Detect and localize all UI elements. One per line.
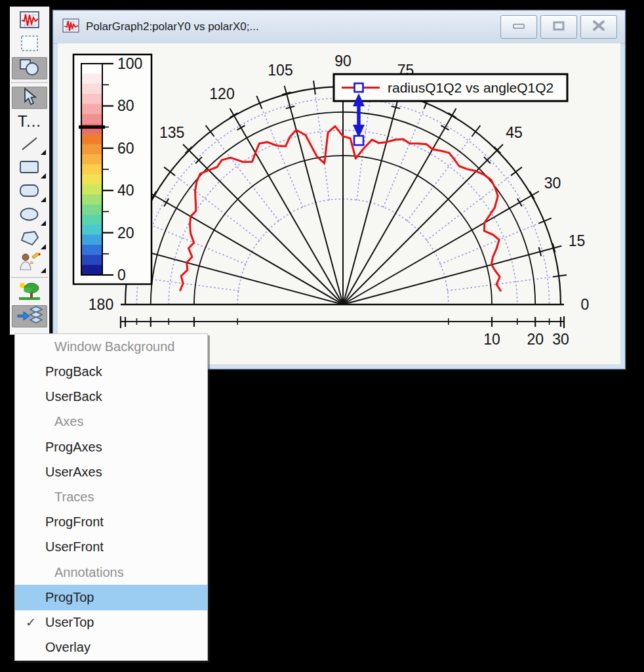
marquee-tool[interactable] [12,33,47,56]
legend-marker-handle[interactable] [355,83,363,92]
graph-content: 1020300153045607590105120135150165180020… [58,43,620,364]
picture-tool[interactable] [12,282,47,304]
text-tool-label: T... [18,112,41,131]
angle-label: 135 [159,124,184,141]
menu-item-usertop[interactable]: ✓UserTop [15,610,207,635]
freehand-tool[interactable] [12,252,47,274]
angle-label: 180 [89,296,113,313]
color-scale[interactable]: 020406080100 [73,54,151,284]
angle-label: 0 [581,296,590,313]
rounded-rectangle-tool[interactable] [12,181,47,203]
checkmark-icon: ✓ [26,615,36,630]
arrow-tool-icon [21,87,38,108]
menu-item-label: Annotations [54,565,124,580]
close-icon [592,20,605,34]
angle-label: 30 [544,175,561,192]
layer-popup-menu: Window BackgroundProgBackUserBackAxesPro… [14,333,208,661]
shapes-tool[interactable] [12,57,47,79]
rectangle-tool-icon [19,159,40,178]
menu-item-overlay[interactable]: Overlay [15,635,207,660]
flyout-corner-icon [41,150,46,155]
angle-label: 15 [569,232,586,249]
minimize-button[interactable] [500,15,537,39]
toolbar-separator [11,277,48,279]
close-button[interactable] [580,15,617,39]
maximize-button[interactable] [540,15,577,39]
menu-item-progfront[interactable]: ProgFront [15,510,207,535]
colorbar-tick-label: 60 [117,140,134,157]
radial-axis-label: 10 [483,331,500,348]
ellipse-tool-icon [19,207,40,225]
polygon-tool-icon [19,230,40,249]
marquee-tool-icon [20,34,39,55]
menu-item-useraxes[interactable]: UserAxes [15,459,207,484]
menu-item-label: ProgTop [45,590,94,605]
angle-label: 120 [209,85,234,102]
polar-chart: 1020300153045607590105120135150165180020… [58,43,620,364]
legend[interactable]: radiusQ1Q2 vs angleQ1Q2 [334,74,567,101]
colorbar-tick-label: 100 [117,55,142,72]
colorbar-tick-label: 80 [117,97,134,114]
trace-point-handle[interactable] [354,136,363,145]
menu-item-userfront[interactable]: UserFront [15,535,207,560]
freehand-tool-icon [18,253,41,274]
rectangle-tool[interactable] [12,158,47,180]
drawing-toolbar: T... [10,7,50,335]
menu-item-label: Window Background [54,339,174,354]
graph-tool[interactable] [12,10,47,32]
menu-item-label: Traces [54,490,94,505]
flyout-corner-icon [41,220,46,226]
menu-item-traces: Traces [15,484,207,509]
text-tool[interactable]: T... [12,110,47,133]
line-tool-icon [20,135,39,155]
menu-item-label: ProgFront [45,514,104,530]
menu-item-label: Overlay [45,640,91,655]
menu-item-axes: Axes [15,410,207,434]
menu-item-label: UserTop [45,615,94,630]
menu-item-progaxes[interactable]: ProgAxes [15,434,207,459]
colorbar-tick-label: 20 [117,224,134,242]
flyout-corner-icon [41,197,46,202]
colorbar-tick-label: 40 [117,182,134,199]
menu-item-label: ProgBack [45,364,102,379]
angle-label: 45 [506,124,523,141]
window-controls [500,15,617,39]
graph-window: PolarGraph2:polarY0 vs polarX0;... 10203… [52,10,626,369]
polygon-tool[interactable] [12,228,47,251]
menu-item-label: UserFront [45,539,104,555]
ellipse-tool[interactable] [12,205,47,227]
angle-label: 90 [334,52,352,70]
flyout-corner-icon [41,173,46,178]
menu-item-label: ProgAxes [45,440,102,455]
shapes-tool-icon [18,58,41,79]
menu-item-userback[interactable]: UserBack [15,384,207,409]
menu-item-annotations: Annotations [15,560,207,585]
line-tool[interactable] [12,134,47,156]
minimize-icon [512,21,525,33]
trace-radiusQ1Q2[interactable] [180,126,500,291]
window-titlebar[interactable]: PolarGraph2:polarY0 vs polarX0;... [53,10,625,44]
window-title: PolarGraph2:polarY0 vs polarX0;... [86,20,259,33]
toolbar-separator [11,82,48,84]
graph-window-icon [62,18,79,35]
annotation-arrow[interactable] [353,83,365,145]
menu-item-window-background: Window Background [15,334,207,359]
legend-text: radiusQ1Q2 vs angleQ1Q2 [388,80,553,95]
graph-tool-icon [19,10,40,32]
flyout-corner-icon [41,244,46,249]
radial-axis-label: 30 [552,331,569,348]
angle-label: 105 [268,62,292,79]
layers-tool[interactable] [12,305,47,327]
flyout-corner-icon [41,268,46,273]
layers-tool-icon [16,305,43,327]
arrow-tool[interactable] [12,87,47,109]
menu-item-label: UserAxes [45,465,102,480]
rounded-rectangle-tool-icon [19,183,40,201]
maximize-icon [552,20,565,33]
colorbar-tick-label: 0 [117,266,126,284]
menu-item-label: Axes [54,414,83,429]
menu-item-progback[interactable]: ProgBack [15,359,207,384]
menu-item-progtop[interactable]: ProgTop [15,585,207,610]
picture-tool-icon [18,282,41,304]
menu-item-label: UserBack [45,389,102,404]
